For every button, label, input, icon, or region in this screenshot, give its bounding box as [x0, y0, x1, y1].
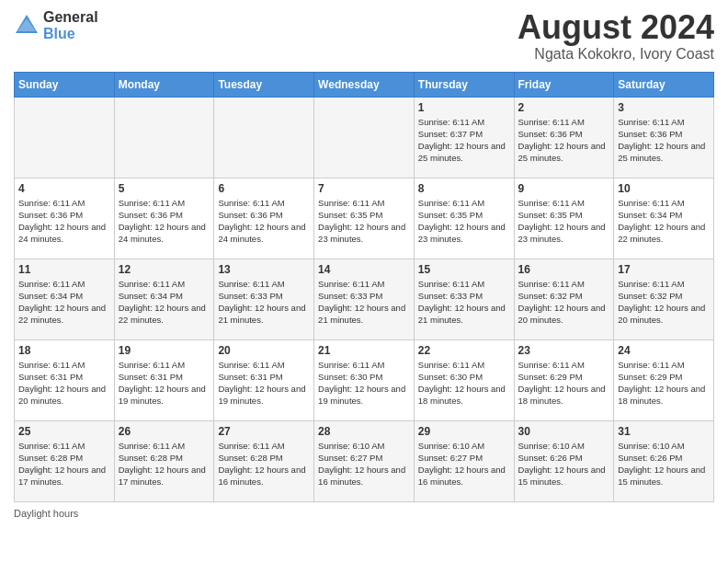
week-row-5: 25Sunrise: 6:11 AM Sunset: 6:28 PM Dayli…	[15, 420, 714, 501]
header-cell-monday: Monday	[114, 72, 214, 97]
day-number: 1	[418, 101, 510, 114]
week-row-2: 4Sunrise: 6:11 AM Sunset: 6:36 PM Daylig…	[15, 178, 714, 259]
main-title: August 2024	[518, 9, 714, 46]
day-number: 31	[618, 425, 710, 438]
calendar-cell: 1Sunrise: 6:11 AM Sunset: 6:37 PM Daylig…	[414, 97, 514, 178]
calendar-cell: 22Sunrise: 6:11 AM Sunset: 6:30 PM Dayli…	[414, 339, 514, 420]
day-number: 9	[518, 182, 610, 195]
day-number: 24	[618, 344, 710, 357]
calendar-cell: 23Sunrise: 6:11 AM Sunset: 6:29 PM Dayli…	[514, 339, 614, 420]
calendar-cell: 14Sunrise: 6:11 AM Sunset: 6:33 PM Dayli…	[314, 259, 415, 339]
calendar-cell	[114, 97, 214, 178]
day-info: Sunrise: 6:10 AM Sunset: 6:27 PM Dayligh…	[418, 440, 510, 488]
week-row-4: 18Sunrise: 6:11 AM Sunset: 6:31 PM Dayli…	[15, 339, 714, 420]
day-info: Sunrise: 6:11 AM Sunset: 6:35 PM Dayligh…	[318, 197, 410, 246]
day-info: Sunrise: 6:11 AM Sunset: 6:31 PM Dayligh…	[18, 359, 110, 408]
calendar-cell: 8Sunrise: 6:11 AM Sunset: 6:35 PM Daylig…	[414, 178, 514, 259]
calendar-cell: 4Sunrise: 6:11 AM Sunset: 6:36 PM Daylig…	[15, 178, 115, 259]
day-info: Sunrise: 6:11 AM Sunset: 6:34 PM Dayligh…	[18, 278, 110, 327]
day-number: 26	[119, 425, 210, 438]
header-row: SundayMondayTuesdayWednesdayThursdayFrid…	[15, 72, 714, 97]
day-info: Sunrise: 6:11 AM Sunset: 6:36 PM Dayligh…	[518, 116, 610, 165]
svg-marker-1	[17, 18, 36, 31]
day-number: 21	[318, 344, 410, 357]
header-cell-saturday: Saturday	[614, 72, 714, 97]
calendar-cell: 13Sunrise: 6:11 AM Sunset: 6:33 PM Dayli…	[214, 259, 314, 339]
calendar-cell: 5Sunrise: 6:11 AM Sunset: 6:36 PM Daylig…	[114, 178, 214, 259]
logo-icon	[14, 13, 40, 39]
header-cell-tuesday: Tuesday	[214, 72, 314, 97]
day-number: 20	[218, 344, 310, 357]
day-info: Sunrise: 6:11 AM Sunset: 6:36 PM Dayligh…	[18, 197, 110, 246]
day-info: Sunrise: 6:10 AM Sunset: 6:26 PM Dayligh…	[618, 440, 710, 488]
header-cell-friday: Friday	[514, 72, 614, 97]
day-info: Sunrise: 6:11 AM Sunset: 6:35 PM Dayligh…	[418, 197, 510, 246]
logo-general: General	[43, 9, 98, 26]
logo-text: General Blue	[43, 9, 98, 41]
day-info: Sunrise: 6:11 AM Sunset: 6:29 PM Dayligh…	[618, 359, 710, 408]
day-info: Sunrise: 6:11 AM Sunset: 6:31 PM Dayligh…	[119, 359, 210, 408]
day-info: Sunrise: 6:10 AM Sunset: 6:26 PM Dayligh…	[518, 440, 610, 488]
day-number: 29	[418, 425, 510, 438]
footer: Daylight hours	[14, 508, 714, 519]
title-section: August 2024 Ngata Kokokro, Ivory Coast	[518, 9, 714, 63]
day-number: 19	[119, 344, 210, 357]
day-number: 7	[318, 182, 410, 195]
calendar-table: SundayMondayTuesdayWednesdayThursdayFrid…	[14, 72, 714, 502]
day-number: 8	[418, 182, 510, 195]
day-number: 16	[518, 263, 610, 276]
day-number: 13	[218, 263, 310, 276]
calendar-cell: 28Sunrise: 6:10 AM Sunset: 6:27 PM Dayli…	[314, 420, 415, 501]
calendar-cell: 15Sunrise: 6:11 AM Sunset: 6:33 PM Dayli…	[414, 259, 514, 339]
logo: General Blue	[14, 9, 98, 41]
calendar-cell: 12Sunrise: 6:11 AM Sunset: 6:34 PM Dayli…	[114, 259, 214, 339]
day-info: Sunrise: 6:11 AM Sunset: 6:36 PM Dayligh…	[218, 197, 310, 246]
day-number: 11	[18, 263, 110, 276]
day-number: 18	[18, 344, 110, 357]
calendar-cell: 10Sunrise: 6:11 AM Sunset: 6:34 PM Dayli…	[614, 178, 714, 259]
page-header: General Blue August 2024 Ngata Kokokro, …	[14, 9, 714, 63]
day-info: Sunrise: 6:11 AM Sunset: 6:29 PM Dayligh…	[518, 359, 610, 408]
calendar-cell: 17Sunrise: 6:11 AM Sunset: 6:32 PM Dayli…	[614, 259, 714, 339]
day-number: 23	[518, 344, 610, 357]
calendar-cell: 3Sunrise: 6:11 AM Sunset: 6:36 PM Daylig…	[614, 97, 714, 178]
calendar-cell: 30Sunrise: 6:10 AM Sunset: 6:26 PM Dayli…	[514, 420, 614, 501]
day-info: Sunrise: 6:11 AM Sunset: 6:28 PM Dayligh…	[18, 440, 110, 488]
day-number: 27	[218, 425, 310, 438]
day-info: Sunrise: 6:11 AM Sunset: 6:34 PM Dayligh…	[618, 197, 710, 246]
calendar-cell: 16Sunrise: 6:11 AM Sunset: 6:32 PM Dayli…	[514, 259, 614, 339]
calendar-cell: 24Sunrise: 6:11 AM Sunset: 6:29 PM Dayli…	[614, 339, 714, 420]
day-number: 25	[18, 425, 110, 438]
calendar-cell: 25Sunrise: 6:11 AM Sunset: 6:28 PM Dayli…	[15, 420, 115, 501]
calendar-cell: 7Sunrise: 6:11 AM Sunset: 6:35 PM Daylig…	[314, 178, 415, 259]
day-info: Sunrise: 6:11 AM Sunset: 6:36 PM Dayligh…	[119, 197, 210, 246]
day-number: 30	[518, 425, 610, 438]
day-info: Sunrise: 6:11 AM Sunset: 6:31 PM Dayligh…	[218, 359, 310, 408]
day-info: Sunrise: 6:11 AM Sunset: 6:37 PM Dayligh…	[418, 116, 510, 165]
subtitle: Ngata Kokokro, Ivory Coast	[518, 46, 714, 63]
day-number: 4	[18, 182, 110, 195]
calendar-cell: 2Sunrise: 6:11 AM Sunset: 6:36 PM Daylig…	[514, 97, 614, 178]
day-info: Sunrise: 6:11 AM Sunset: 6:33 PM Dayligh…	[418, 278, 510, 327]
logo-blue: Blue	[43, 26, 98, 42]
week-row-1: 1Sunrise: 6:11 AM Sunset: 6:37 PM Daylig…	[15, 97, 714, 178]
day-info: Sunrise: 6:11 AM Sunset: 6:34 PM Dayligh…	[119, 278, 210, 327]
day-number: 10	[618, 182, 710, 195]
day-info: Sunrise: 6:11 AM Sunset: 6:35 PM Dayligh…	[518, 197, 610, 246]
day-info: Sunrise: 6:11 AM Sunset: 6:30 PM Dayligh…	[318, 359, 410, 408]
calendar-cell	[15, 97, 115, 178]
calendar-cell	[214, 97, 314, 178]
day-info: Sunrise: 6:11 AM Sunset: 6:32 PM Dayligh…	[618, 278, 710, 327]
day-number: 2	[518, 101, 610, 114]
day-info: Sunrise: 6:11 AM Sunset: 6:36 PM Dayligh…	[618, 116, 710, 165]
footer-label: Daylight hours	[14, 508, 78, 519]
calendar-cell: 31Sunrise: 6:10 AM Sunset: 6:26 PM Dayli…	[614, 420, 714, 501]
day-number: 15	[418, 263, 510, 276]
calendar-cell: 18Sunrise: 6:11 AM Sunset: 6:31 PM Dayli…	[15, 339, 115, 420]
day-info: Sunrise: 6:11 AM Sunset: 6:28 PM Dayligh…	[119, 440, 210, 488]
day-number: 6	[218, 182, 310, 195]
day-number: 17	[618, 263, 710, 276]
day-number: 5	[119, 182, 210, 195]
calendar-cell: 6Sunrise: 6:11 AM Sunset: 6:36 PM Daylig…	[214, 178, 314, 259]
header-cell-wednesday: Wednesday	[314, 72, 415, 97]
